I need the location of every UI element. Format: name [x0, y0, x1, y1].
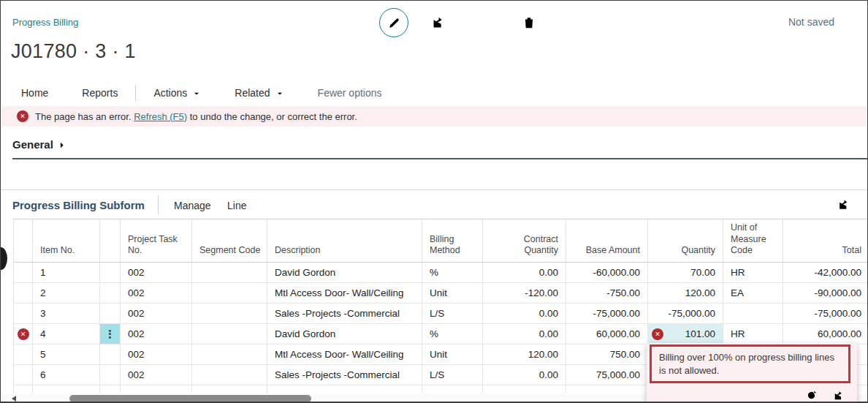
table-row[interactable]: ✕ 3 ⋮ 002 Sales -Projects -Commercial L/… — [14, 304, 868, 324]
cell-quantity[interactable]: ✕-75,000.00 — [648, 304, 723, 323]
cell-contract-quantity[interactable] — [483, 385, 566, 393]
scrollbar-thumb[interactable] — [69, 395, 311, 402]
cell-description[interactable]: Mtl Access Door- Wall/Ceiling — [267, 283, 422, 303]
cell-base-amount[interactable]: -60,000.00 — [566, 263, 648, 282]
cell-quantity[interactable]: ✕70.00 — [648, 263, 723, 282]
cell-project-task-no[interactable] — [121, 385, 192, 393]
cell-project-task-no[interactable]: 002 — [121, 324, 192, 344]
cell-unit-of-measure[interactable]: HR — [723, 324, 783, 344]
cell-base-amount[interactable] — [566, 385, 648, 393]
cell-project-task-no[interactable]: 002 — [121, 304, 192, 323]
column-header-segment-code[interactable]: Segment Code — [192, 219, 267, 262]
scroll-left-arrow-icon[interactable] — [12, 396, 16, 402]
cell-billing-method[interactable]: Unit — [422, 344, 483, 364]
cell-contract-quantity[interactable]: 0.00 — [483, 263, 566, 282]
general-section-header[interactable]: General — [12, 138, 867, 159]
cell-total[interactable]: 60,000.00 — [783, 324, 868, 344]
cell-billing-method[interactable]: % — [422, 324, 483, 344]
cell-billing-method[interactable]: L/S — [422, 365, 483, 385]
cell-contract-quantity[interactable]: 120.00 — [483, 344, 566, 364]
cell-project-task-no[interactable]: 002 — [121, 263, 192, 282]
column-header-unit-of-measure-code[interactable]: Unit of Measure Code — [723, 219, 783, 262]
cell-quantity[interactable]: ✕120.00 — [648, 283, 723, 303]
row-menu-cell[interactable]: ⋮ — [100, 324, 121, 344]
row-selector-cell[interactable]: ✕ — [14, 283, 33, 303]
cell-description[interactable]: David Gordon — [267, 263, 422, 282]
subform-tab-manage[interactable]: Manage — [174, 200, 211, 211]
column-header-contract-quantity[interactable]: Contract Quantity — [483, 219, 566, 262]
cell-quantity[interactable]: ✕101.00 — [648, 324, 723, 344]
cell-billing-method[interactable]: Unit — [422, 283, 483, 303]
table-row[interactable]: ✕ 1 ⋮ 002 David Gordon % 0.00 -60,000.00… — [14, 263, 868, 283]
cell-segment-code[interactable] — [192, 324, 267, 344]
delete-button[interactable] — [521, 15, 537, 31]
cell-segment-code[interactable] — [192, 304, 267, 323]
cell-description[interactable]: David Gordon — [267, 324, 422, 344]
table-row[interactable]: ✕ 4 ⋮ 002 David Gordon % 0.00 60,000.00 … — [14, 324, 868, 344]
cell-item-no[interactable]: 2 — [33, 283, 100, 303]
row-selector-cell[interactable]: ✕ — [14, 385, 33, 393]
row-selector-cell[interactable]: ✕ — [14, 365, 33, 385]
share-error-icon[interactable] — [832, 389, 845, 402]
cell-item-no[interactable]: 1 — [33, 263, 100, 282]
cell-billing-method[interactable]: L/S — [422, 304, 483, 323]
menu-item-related[interactable]: Related — [235, 87, 283, 99]
row-selector-cell[interactable]: ✕ — [14, 263, 33, 282]
column-header-item-no[interactable]: Item No. — [33, 219, 100, 262]
row-menu-cell[interactable]: ⋮ — [100, 304, 121, 323]
column-header-description[interactable]: Description — [267, 219, 422, 262]
cell-unit-of-measure[interactable]: EA — [723, 283, 783, 303]
row-selector-cell[interactable]: ✕ — [14, 304, 33, 323]
refresh-link[interactable]: Refresh (F5) — [134, 111, 187, 122]
cell-project-task-no[interactable]: 002 — [121, 365, 192, 385]
cell-contract-quantity[interactable]: 0.00 — [483, 304, 566, 323]
column-header-project-task-no[interactable]: Project Task No. — [121, 219, 192, 262]
row-menu-cell[interactable]: ⋮ — [100, 344, 121, 364]
cell-total[interactable]: -90,000.00 — [783, 283, 868, 303]
row-menu-cell[interactable]: ⋮ — [100, 283, 121, 303]
cell-item-no[interactable]: 6 — [33, 365, 100, 385]
subform-tab-line[interactable]: Line — [227, 200, 246, 211]
cell-segment-code[interactable] — [192, 344, 267, 364]
cell-billing-method[interactable] — [422, 385, 483, 393]
share-button[interactable] — [430, 15, 446, 31]
table-row[interactable]: ✕ 2 ⋮ 002 Mtl Access Door- Wall/Ceiling … — [14, 283, 868, 304]
cell-total[interactable]: -42,000.00 — [783, 263, 868, 282]
cell-item-no[interactable] — [33, 385, 100, 393]
cell-project-task-no[interactable]: 002 — [121, 344, 192, 364]
menu-item-fewer-options[interactable]: Fewer options — [318, 87, 382, 99]
edit-button[interactable] — [379, 8, 408, 37]
cell-project-task-no[interactable]: 002 — [121, 283, 192, 303]
cell-base-amount[interactable]: 75,000.00 — [566, 365, 648, 385]
cell-item-no[interactable]: 5 — [33, 344, 100, 364]
cell-description[interactable]: Sales -Projects -Commercial — [267, 304, 422, 323]
subform-share-button[interactable] — [837, 197, 851, 212]
menu-item-actions[interactable]: Actions — [153, 87, 201, 99]
subform-title[interactable]: Progress Billing Subform — [12, 199, 145, 211]
column-header-billing-method[interactable]: Billing Method — [422, 219, 483, 262]
column-header-total[interactable]: Total — [783, 219, 868, 262]
new-record-button[interactable] — [476, 14, 493, 31]
cell-total[interactable]: -75,000.00 — [783, 304, 868, 323]
cell-description[interactable] — [267, 385, 422, 393]
cell-contract-quantity[interactable]: -120.00 — [483, 283, 566, 303]
menu-item-reports[interactable]: Reports — [82, 87, 118, 99]
cell-base-amount[interactable]: 750.00 — [566, 344, 648, 364]
column-header-base-amount[interactable]: Base Amount — [566, 219, 648, 262]
cell-base-amount[interactable]: 60,000.00 — [566, 324, 648, 344]
cell-item-no[interactable]: 3 — [33, 304, 100, 323]
cell-contract-quantity[interactable]: 0.00 — [483, 324, 566, 344]
cell-segment-code[interactable] — [192, 263, 267, 282]
cell-segment-code[interactable] — [192, 365, 267, 385]
cell-base-amount[interactable]: -75,000.00 — [566, 304, 648, 323]
cell-segment-code[interactable] — [192, 283, 267, 303]
cell-contract-quantity[interactable]: 0.00 — [483, 365, 566, 385]
cell-description[interactable]: Mtl Access Door- Wall/Ceiling — [267, 344, 422, 364]
refresh-icon[interactable] — [805, 389, 818, 402]
row-selector-cell[interactable]: ✕ — [14, 344, 33, 364]
cell-unit-of-measure[interactable] — [723, 304, 783, 323]
column-header-quantity[interactable]: Quantity — [648, 219, 723, 262]
row-selector-cell[interactable]: ✕ — [14, 324, 33, 344]
row-menu-cell[interactable]: ⋮ — [100, 365, 121, 385]
cell-item-no[interactable]: 4 — [33, 324, 100, 344]
